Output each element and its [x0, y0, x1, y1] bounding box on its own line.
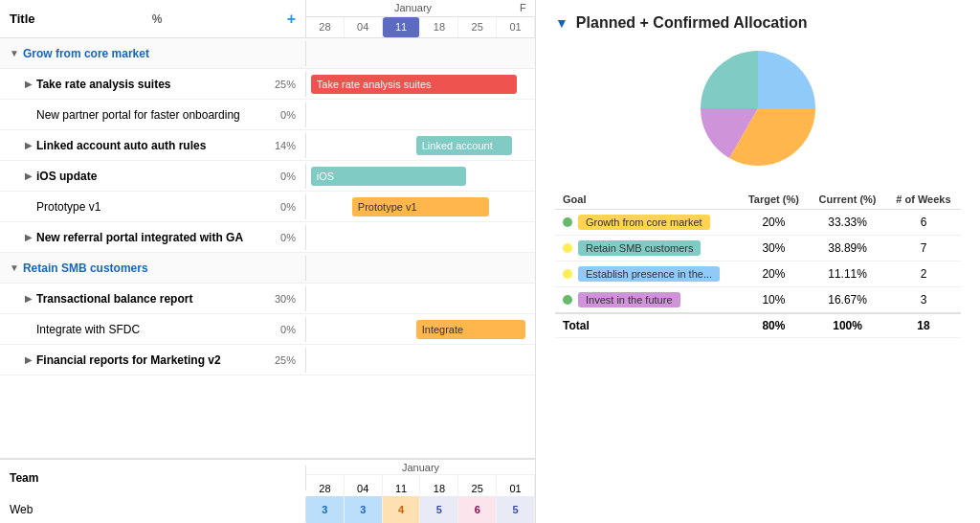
table-row: Growth from core market 20% 33.33% 6 — [555, 210, 961, 236]
add-button[interactable]: + — [287, 11, 296, 28]
row-prototype: Prototype v1 0% Prototype v1 — [0, 192, 535, 222]
referral-pct: 0% — [262, 232, 296, 243]
goal-cell-1: Retain SMB customers — [555, 236, 739, 262]
collapse-icon-retain[interactable]: ▼ — [10, 262, 19, 273]
referral-label: New referral portal integrated with GA — [36, 231, 243, 244]
footer-cell-row: 3 3 4 5 6 5 — [306, 496, 535, 523]
row-sfdc: Integrate with SFDC 0% Integrate — [0, 314, 535, 345]
weeks-0: 6 — [886, 210, 961, 236]
collapse-triangle-icon[interactable]: ▼ — [555, 15, 568, 31]
total-weeks: 18 — [886, 313, 961, 338]
footer-cell-2: 3 — [345, 496, 383, 523]
prototype-label: Prototype v1 — [36, 200, 100, 214]
sfdc-bar: Integrate — [416, 320, 526, 339]
footer-cell-4: 5 — [420, 496, 458, 523]
day-18: 18 — [420, 17, 458, 37]
row-linked-account: ▶ Linked account auto auth rules 14% Lin… — [0, 130, 535, 161]
prototype-bar: Prototype v1 — [352, 197, 489, 216]
expand-icon-tb[interactable]: ▶ — [25, 293, 33, 304]
footer-month: January — [306, 460, 535, 475]
month-row: January F — [306, 0, 535, 17]
group-retain-label-col: ▼ Retain SMB customers — [0, 256, 306, 281]
trans-balance-pct: 30% — [262, 293, 296, 305]
trans-balance-label: Transactional balance report — [36, 292, 192, 306]
expand-icon-ref[interactable]: ▶ — [25, 232, 33, 242]
goal-dot-3 — [563, 295, 572, 305]
pie-chart-container — [555, 41, 961, 175]
row-trans-balance: ▶ Transactional balance report 30% — [0, 284, 535, 314]
financial-label-col: ▶ Financial reports for Marketing v2 25% — [0, 348, 306, 373]
expand-icon[interactable]: ▶ — [25, 79, 33, 89]
total-current: 100% — [809, 313, 886, 338]
footer-data-row: Web Dev (4 staff) 3 3 4 5 6 5 — [0, 496, 535, 523]
gantt-body: ▼ Grow from core market ▶ Take rate anal… — [0, 38, 535, 458]
goal-dot-2 — [563, 269, 572, 279]
month-label-f: F — [520, 2, 535, 13]
footer-day-row: 28 04 11 18 25 01 — [306, 475, 535, 496]
expand-icon-la[interactable]: ▶ — [25, 140, 33, 150]
month-label: January — [306, 2, 520, 13]
goal-cell-0: Growth from core market — [555, 210, 739, 236]
referral-label-col: ▶ New referral portal integrated with GA… — [0, 225, 306, 250]
goal-badge-2: Establish presence in the... — [578, 266, 720, 282]
gantt-header: Title % + January F 28 04 11 18 25 01 — [0, 0, 535, 38]
table-row: Establish presence in the... 20% 11.11% … — [555, 262, 961, 287]
partner-portal-pct: 0% — [262, 109, 296, 121]
col-weeks: # of Weeks — [886, 190, 961, 210]
title-column-header: Title % + — [0, 0, 306, 37]
row-take-rate: ▶ Take rate analysis suites 25% Take rat… — [0, 69, 535, 100]
day-01: 01 — [497, 17, 535, 37]
footer-team-label: Team — [0, 466, 306, 490]
linked-account-label: Linked account auto auth rules — [36, 139, 206, 152]
panel-title-row: ▼ Planned + Confirmed Allocation — [555, 14, 961, 32]
collapse-icon[interactable]: ▼ — [10, 48, 19, 58]
expand-icon-fin[interactable]: ▶ — [25, 354, 33, 365]
goal-cell-3: Invest in the future — [555, 287, 739, 314]
row-partner-portal: New partner portal for faster onboarding… — [0, 100, 535, 130]
footer-team-skill-header: Team Skill — [0, 466, 306, 490]
goal-badge-1: Retain SMB customers — [578, 240, 701, 256]
gantt-footer: Team Skill January 28 04 11 18 25 01 — [0, 458, 535, 523]
prototype-label-col: Prototype v1 0% — [0, 194, 306, 219]
date-header: January F 28 04 11 18 25 01 — [306, 0, 535, 37]
take-rate-label: Take rate analysis suites — [36, 78, 171, 91]
col-goal: Goal — [555, 190, 739, 210]
group-retain: ▼ Retain SMB customers — [0, 253, 535, 284]
row-financial: ▶ Financial reports for Marketing v2 25% — [0, 345, 535, 375]
target-0: 20% — [739, 210, 809, 236]
take-rate-bar: Take rate analysis suites — [311, 75, 517, 94]
allocation-table: Goal Target (%) Current (%) # of Weeks G… — [555, 190, 961, 338]
financial-pct: 25% — [262, 354, 296, 366]
pie-segment-establish — [758, 51, 815, 108]
target-2: 20% — [739, 262, 809, 287]
pie-segment-retain — [701, 51, 758, 108]
total-label: Total — [555, 313, 739, 338]
row-ios: ▶ iOS update 0% iOS — [0, 161, 535, 192]
weeks-1: 7 — [886, 236, 961, 262]
expand-icon-ios[interactable]: ▶ — [25, 171, 33, 181]
day-25: 25 — [458, 17, 497, 37]
linked-account-label-col: ▶ Linked account auto auth rules 14% — [0, 133, 306, 158]
table-row: Retain SMB customers 30% 38.89% 7 — [555, 236, 961, 262]
group-grow-label: Grow from core market — [23, 47, 149, 60]
day-row: 28 04 11 18 25 01 — [306, 17, 535, 37]
goal-dot-1 — [563, 243, 572, 253]
footer-header-row: Team Skill January 28 04 11 18 25 01 — [0, 460, 535, 496]
panel-title: Planned + Confirmed Allocation — [576, 14, 808, 32]
partner-portal-label-col: New partner portal for faster onboarding… — [0, 102, 306, 127]
ios-bar: iOS — [311, 167, 467, 186]
day-11-today: 11 — [383, 17, 421, 37]
ios-label-col: ▶ iOS update 0% — [0, 164, 306, 189]
col-current: Current (%) — [809, 190, 886, 210]
sfdc-pct: 0% — [262, 324, 296, 335]
weeks-3: 3 — [886, 287, 961, 314]
footer-team-name: Web — [0, 497, 306, 522]
ios-pct: 0% — [262, 171, 296, 182]
trans-balance-label-col: ▶ Transactional balance report 30% — [0, 286, 306, 311]
row-referral: ▶ New referral portal integrated with GA… — [0, 222, 535, 253]
goal-badge-0: Growth from core market — [578, 215, 710, 230]
footer-team-data: Web Dev (4 staff) — [0, 497, 306, 522]
total-target: 80% — [739, 313, 809, 338]
linked-account-pct: 14% — [262, 140, 296, 151]
title-label: Title — [10, 11, 35, 26]
